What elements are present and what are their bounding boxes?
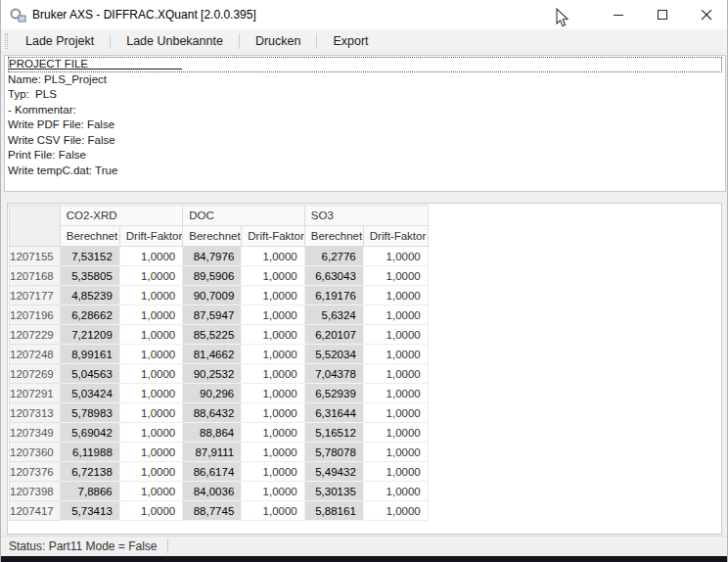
berechnet-cell[interactable]: 89,5906	[183, 266, 242, 286]
export-button[interactable]: Export	[321, 31, 380, 51]
berechnet-cell[interactable]: 88,7745	[183, 501, 242, 521]
berechnet-cell[interactable]: 84,7976	[183, 247, 242, 266]
drift-faktor-cell[interactable]: 1,0000	[119, 384, 183, 403]
row-id-cell[interactable]: 1207269	[10, 364, 61, 384]
col-header-drift-faktor[interactable]: Drift-Faktor	[363, 226, 428, 247]
col-header-drift-faktor[interactable]: Drift-Faktor	[242, 226, 305, 247]
berechnet-cell[interactable]: 4,85239	[60, 286, 119, 305]
drift-faktor-cell[interactable]: 1,0000	[363, 423, 428, 443]
drift-faktor-cell[interactable]: 1,0000	[363, 247, 428, 266]
berechnet-cell[interactable]: 6,20107	[304, 325, 363, 345]
berechnet-cell[interactable]: 5,88161	[304, 501, 363, 521]
drift-faktor-cell[interactable]: 1,0000	[242, 443, 305, 462]
drift-faktor-cell[interactable]: 1,0000	[119, 364, 183, 384]
drift-faktor-cell[interactable]: 1,0000	[363, 501, 428, 521]
titlebar[interactable]: Bruker AXS - DIFFRAC.XQuant [2.0.0.395]	[1, 0, 728, 29]
row-id-cell[interactable]: 1207291	[10, 384, 61, 403]
drift-faktor-cell[interactable]: 1,0000	[119, 247, 183, 266]
drift-faktor-cell[interactable]: 1,0000	[363, 305, 428, 325]
row-id-cell[interactable]: 1207229	[10, 325, 61, 345]
group-header-co2-xrd[interactable]: CO2-XRD	[60, 206, 183, 226]
berechnet-cell[interactable]: 5,49432	[304, 462, 363, 482]
drift-faktor-cell[interactable]: 1,0000	[119, 462, 183, 482]
berechnet-cell[interactable]: 5,16512	[304, 423, 363, 443]
drift-faktor-cell[interactable]: 1,0000	[242, 501, 305, 521]
project-info-panel[interactable]: PROJECT FILE_______________ Name: PLS_Pr…	[4, 55, 726, 192]
berechnet-cell[interactable]: 87,9111	[183, 443, 242, 462]
drift-faktor-cell[interactable]: 1,0000	[119, 482, 183, 501]
drift-faktor-cell[interactable]: 1,0000	[242, 482, 305, 501]
col-header-drift-faktor[interactable]: Drift-Faktor	[119, 226, 183, 247]
minimize-button[interactable]	[597, 0, 641, 29]
berechnet-cell[interactable]: 5,35805	[60, 266, 119, 286]
drift-faktor-cell[interactable]: 1,0000	[242, 266, 305, 286]
berechnet-cell[interactable]: 85,5225	[183, 325, 242, 345]
drift-faktor-cell[interactable]: 1,0000	[363, 443, 428, 462]
drift-faktor-cell[interactable]: 1,0000	[119, 423, 183, 443]
berechnet-cell[interactable]: 5,69042	[60, 423, 119, 443]
drift-faktor-cell[interactable]: 1,0000	[242, 423, 305, 443]
drift-faktor-cell[interactable]: 1,0000	[363, 266, 428, 286]
drucken-button[interactable]: Drucken	[244, 31, 313, 51]
drift-faktor-cell[interactable]: 1,0000	[242, 403, 305, 423]
berechnet-cell[interactable]: 90,296	[183, 384, 242, 403]
berechnet-cell[interactable]: 6,52939	[304, 384, 363, 403]
col-header-berechnet[interactable]: Berechnet	[183, 226, 242, 247]
results-panel[interactable]: CO2-XRD DOC SO3 Berechnet Drift-Faktor B…	[7, 203, 722, 535]
toolbar-grip-icon[interactable]	[5, 33, 8, 49]
drift-faktor-cell[interactable]: 1,0000	[119, 443, 183, 462]
berechnet-cell[interactable]: 6,63043	[304, 266, 363, 286]
berechnet-cell[interactable]: 5,04563	[60, 364, 119, 384]
drift-faktor-cell[interactable]: 1,0000	[242, 384, 305, 403]
group-header-so3[interactable]: SO3	[304, 206, 428, 226]
berechnet-cell[interactable]: 84,0036	[183, 482, 242, 501]
drift-faktor-cell[interactable]: 1,0000	[242, 305, 305, 325]
drift-faktor-cell[interactable]: 1,0000	[363, 286, 428, 305]
drift-faktor-cell[interactable]: 1,0000	[242, 325, 305, 345]
row-id-cell[interactable]: 1207248	[10, 345, 61, 364]
row-id-cell[interactable]: 1207417	[10, 501, 61, 521]
berechnet-cell[interactable]: 6,31644	[304, 403, 363, 423]
drift-faktor-cell[interactable]: 1,0000	[242, 462, 305, 482]
col-header-berechnet[interactable]: Berechnet	[60, 226, 119, 247]
row-id-cell[interactable]: 1207398	[10, 482, 61, 501]
lade-projekt-button[interactable]: Lade Projekt	[14, 31, 106, 51]
berechnet-cell[interactable]: 7,53152	[60, 247, 119, 266]
col-header-berechnet[interactable]: Berechnet	[304, 226, 363, 247]
drift-faktor-cell[interactable]: 1,0000	[119, 305, 183, 325]
berechnet-cell[interactable]: 5,03424	[60, 384, 119, 403]
berechnet-cell[interactable]: 88,6432	[183, 403, 242, 423]
drift-faktor-cell[interactable]: 1,0000	[363, 364, 428, 384]
berechnet-cell[interactable]: 90,7009	[183, 286, 242, 305]
drift-faktor-cell[interactable]: 1,0000	[363, 325, 428, 345]
drift-faktor-cell[interactable]: 1,0000	[119, 501, 183, 521]
berechnet-cell[interactable]: 81,4662	[183, 345, 242, 364]
drift-faktor-cell[interactable]: 1,0000	[363, 345, 428, 364]
berechnet-cell[interactable]: 7,04378	[304, 364, 363, 384]
berechnet-cell[interactable]: 86,6174	[183, 462, 242, 482]
drift-faktor-cell[interactable]: 1,0000	[242, 247, 305, 266]
drift-faktor-cell[interactable]: 1,0000	[242, 345, 305, 364]
berechnet-cell[interactable]: 88,864	[183, 423, 242, 443]
drift-faktor-cell[interactable]: 1,0000	[119, 266, 183, 286]
berechnet-cell[interactable]: 5,52034	[304, 345, 363, 364]
berechnet-cell[interactable]: 6,19176	[304, 286, 363, 305]
lade-unbekannte-button[interactable]: Lade Unbekannte	[114, 31, 235, 51]
drift-faktor-cell[interactable]: 1,0000	[119, 345, 183, 364]
berechnet-cell[interactable]: 5,73413	[60, 501, 119, 521]
berechnet-cell[interactable]: 6,2776	[304, 247, 363, 266]
drift-faktor-cell[interactable]: 1,0000	[363, 384, 428, 403]
berechnet-cell[interactable]: 8,99161	[60, 345, 119, 364]
drift-faktor-cell[interactable]: 1,0000	[242, 286, 305, 305]
drift-faktor-cell[interactable]: 1,0000	[363, 482, 428, 501]
project-file-header[interactable]: PROJECT FILE_______________	[8, 57, 722, 72]
maximize-button[interactable]	[641, 0, 685, 29]
drift-faktor-cell[interactable]: 1,0000	[363, 462, 428, 482]
row-id-cell[interactable]: 1207313	[10, 403, 61, 423]
row-id-cell[interactable]: 1207177	[10, 286, 61, 305]
drift-faktor-cell[interactable]: 1,0000	[119, 403, 183, 423]
close-button[interactable]	[685, 0, 728, 29]
row-id-cell[interactable]: 1207168	[10, 266, 61, 286]
berechnet-cell[interactable]: 6,72138	[60, 462, 119, 482]
berechnet-cell[interactable]: 7,21209	[60, 325, 119, 345]
